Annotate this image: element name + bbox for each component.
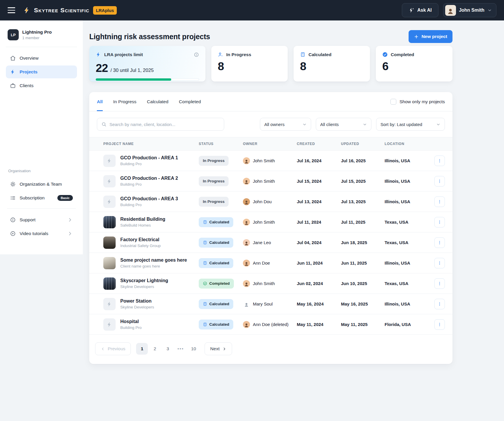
- sidebar-item-projects[interactable]: Projects: [6, 65, 77, 78]
- bolt-icon: [107, 178, 112, 184]
- owners-filter-select[interactable]: All owners: [260, 118, 311, 131]
- new-project-button[interactable]: New project: [409, 30, 452, 43]
- calculator-icon: [300, 52, 306, 57]
- row-actions-button[interactable]: [434, 278, 445, 289]
- table-row[interactable]: GCO Production - AREA 3 Building Pro In …: [89, 191, 452, 212]
- organisation-nav: Organization & Team Subscription Basic: [6, 178, 77, 204]
- workspace-switcher[interactable]: LP Lightning Pro 1 member: [6, 28, 77, 47]
- page-button-10[interactable]: 10: [188, 343, 199, 355]
- status-badge: Calculated: [199, 299, 233, 309]
- user-avatar: [445, 5, 456, 16]
- owner-name: Ann Doe: [253, 260, 270, 265]
- owner-name: Ann Doe (deleted): [253, 322, 289, 327]
- column-header: Created: [297, 142, 341, 146]
- table-row[interactable]: Hospital Building Pro Calculated Ann Doe…: [89, 314, 452, 335]
- workspace-members: 1 member: [22, 36, 52, 40]
- owner-avatar: [243, 280, 250, 287]
- stat-card-value: 8: [300, 60, 364, 73]
- owner-avatar: [243, 239, 250, 246]
- status-label: In Progress: [203, 158, 224, 163]
- sidebar-item-support[interactable]: Support: [6, 213, 77, 226]
- project-name[interactable]: Skyscraper Lightning: [120, 278, 168, 283]
- table-row[interactable]: GCO Production - AREA 2 Building Pro In …: [89, 171, 452, 191]
- created-date: May 16, 2024: [297, 301, 341, 306]
- sort-select[interactable]: Sort by: Last updated: [376, 118, 445, 131]
- project-name[interactable]: GCO Production - AREA 1: [120, 155, 178, 161]
- sidebar-item-label: Video tutorials: [20, 231, 48, 236]
- owner-avatar: [243, 301, 250, 308]
- project-name[interactable]: GCO Production - AREA 3: [120, 196, 178, 201]
- sidebar-item-organization-team[interactable]: Organization & Team: [6, 178, 77, 191]
- status-label: Completed: [209, 281, 230, 286]
- next-page-button[interactable]: Next: [205, 342, 232, 355]
- table-row[interactable]: Skyscraper Lightning Skyline Developers …: [89, 273, 452, 294]
- previous-label: Previous: [108, 346, 125, 351]
- tab-calculated[interactable]: Calculated: [147, 92, 168, 111]
- tab-completed[interactable]: Completed: [179, 92, 201, 111]
- show-only-my-projects[interactable]: Show only my projects: [390, 92, 445, 111]
- sidebar-item-clients[interactable]: Clients: [6, 79, 77, 92]
- main-nav: Overview Projects Clients: [6, 52, 77, 92]
- table-row[interactable]: Residential Building SafeBuild Homes Cal…: [89, 212, 452, 232]
- gear-icon: [10, 181, 16, 187]
- location-text: Illinois, USA: [385, 158, 433, 163]
- table-row[interactable]: Factory Electrical Industrial Safety Gro…: [89, 232, 452, 253]
- row-actions-button[interactable]: [434, 258, 445, 268]
- ask-ai-button[interactable]: Ask AI: [402, 3, 438, 17]
- person-icon: [244, 159, 249, 164]
- stat-card-value: 6: [382, 60, 446, 73]
- location-text: Illinois, USA: [385, 301, 433, 306]
- search-input[interactable]: [109, 122, 220, 127]
- organisation-section-label: Organisation: [6, 169, 77, 173]
- updated-date: Jul 11, 2025: [341, 220, 385, 225]
- checklist-icon: [10, 195, 16, 201]
- page-button-3[interactable]: 3: [162, 343, 174, 355]
- project-name[interactable]: Factory Electrical: [120, 237, 161, 242]
- row-actions-button[interactable]: [434, 176, 445, 187]
- sidebar-item-overview[interactable]: Overview: [6, 52, 77, 65]
- project-name[interactable]: Residential Building: [120, 217, 165, 222]
- sidebar-item-video-tutorials[interactable]: Video tutorials: [6, 227, 77, 240]
- bolt-icon: [96, 52, 101, 57]
- row-actions-button[interactable]: [434, 217, 445, 227]
- project-thumbnail: [103, 196, 116, 208]
- updated-date: Jun 18, 2025: [341, 240, 385, 245]
- row-actions-button[interactable]: [434, 237, 445, 248]
- info-icon[interactable]: [194, 52, 199, 57]
- sidebar-item-subscription[interactable]: Subscription Basic: [6, 191, 77, 204]
- next-label: Next: [210, 346, 220, 351]
- status-badge: Calculated: [199, 217, 233, 227]
- sidebar-item-label: Clients: [20, 83, 33, 88]
- menu-icon[interactable]: [8, 7, 15, 13]
- row-actions-button[interactable]: [434, 196, 445, 207]
- project-thumbnail: [103, 175, 116, 187]
- tab-in-progress[interactable]: In Progress: [113, 92, 136, 111]
- row-actions-button[interactable]: [434, 156, 445, 166]
- page-button-2[interactable]: 2: [149, 343, 161, 355]
- footer-nav: Support Video tutorials: [6, 213, 77, 240]
- page-button-1[interactable]: 1: [136, 343, 148, 355]
- row-actions-button[interactable]: [434, 299, 445, 309]
- projects-table-body: GCO Production - AREA 1 Building Pro In …: [89, 151, 452, 335]
- project-name[interactable]: GCO Production - AREA 2: [120, 176, 178, 181]
- status-label: Calculated: [209, 261, 229, 265]
- previous-page-button[interactable]: Previous: [95, 342, 131, 355]
- status-badge: Calculated: [199, 258, 233, 268]
- project-thumbnail: [103, 237, 116, 249]
- dots-vertical-icon: [437, 158, 442, 163]
- project-thumbnail: [103, 216, 116, 228]
- show-only-my-projects-checkbox[interactable]: [390, 99, 396, 105]
- column-header: Project name: [97, 142, 199, 146]
- project-name[interactable]: Hospital: [120, 319, 142, 324]
- row-actions-button[interactable]: [434, 319, 445, 330]
- user-menu[interactable]: John Smith: [443, 3, 496, 17]
- table-row[interactable]: Some project name goes here Client name …: [89, 253, 452, 273]
- project-name[interactable]: Power Station: [120, 299, 154, 304]
- logo-bolt-icon: [23, 6, 30, 14]
- clients-filter-select[interactable]: All clients: [316, 118, 371, 131]
- table-row[interactable]: GCO Production - AREA 1 Building Pro In …: [89, 151, 452, 171]
- tab-all[interactable]: All: [97, 92, 103, 111]
- pagination: Previous 1 2 3 ••• 10 Next: [89, 335, 452, 364]
- project-name[interactable]: Some project name goes here: [120, 258, 187, 263]
- table-row[interactable]: Power Station Skyline Developers Calcula…: [89, 294, 452, 314]
